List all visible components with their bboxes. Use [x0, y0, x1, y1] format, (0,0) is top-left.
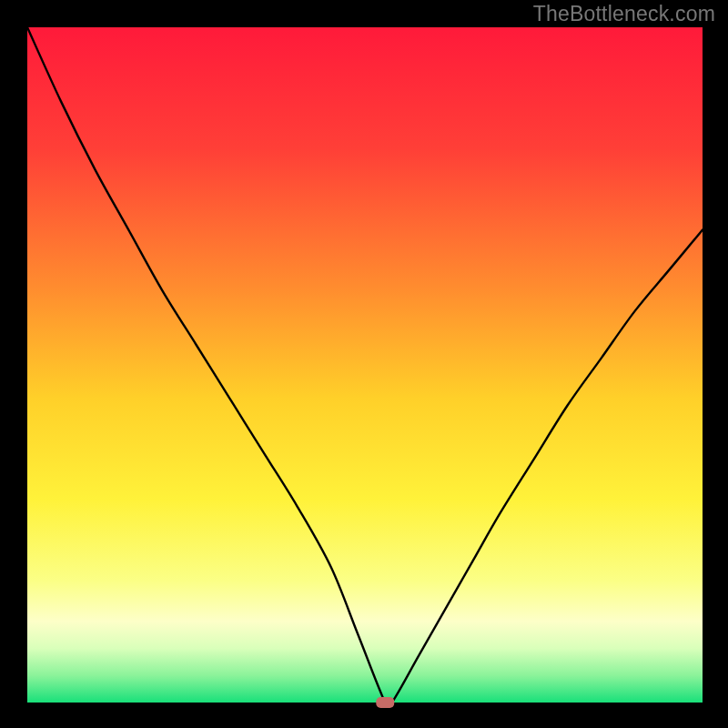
optimum-marker [376, 697, 394, 708]
plot-background [27, 27, 703, 703]
chart-frame: TheBottleneck.com [0, 0, 728, 728]
bottleneck-chart [0, 0, 728, 728]
